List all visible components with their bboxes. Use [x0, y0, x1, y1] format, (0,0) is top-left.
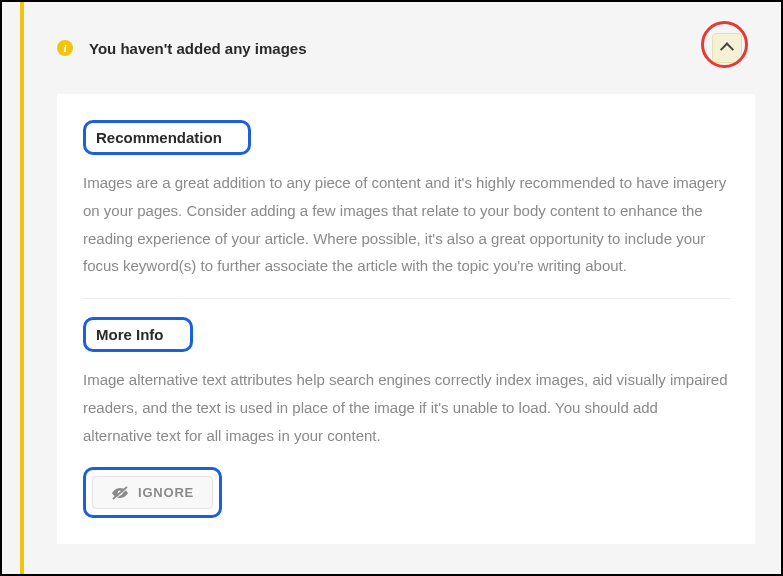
eye-slash-icon: [111, 486, 129, 500]
recommendation-body: Images are a great addition to any piece…: [83, 169, 731, 280]
ignore-button[interactable]: IGNORE: [92, 476, 213, 509]
content-card: Recommendation Images are a great additi…: [57, 94, 755, 544]
ignore-button-highlight: IGNORE: [83, 467, 222, 518]
collapse-button-highlight: [703, 24, 751, 72]
warning-accent-bar: [20, 2, 24, 574]
section-divider: [83, 298, 731, 299]
panel-frame: i You haven't added any images Recommend…: [0, 0, 783, 576]
panel-header: i You haven't added any images: [2, 2, 781, 94]
info-icon: i: [57, 40, 73, 56]
more-info-heading-highlight: More Info: [83, 317, 193, 352]
recommendation-heading-highlight: Recommendation: [83, 120, 251, 155]
ignore-button-label: IGNORE: [138, 485, 194, 500]
more-info-heading: More Info: [96, 326, 164, 343]
recommendation-heading: Recommendation: [96, 129, 222, 146]
more-info-body: Image alternative text attributes help s…: [83, 366, 731, 449]
panel-title: You haven't added any images: [89, 40, 703, 57]
